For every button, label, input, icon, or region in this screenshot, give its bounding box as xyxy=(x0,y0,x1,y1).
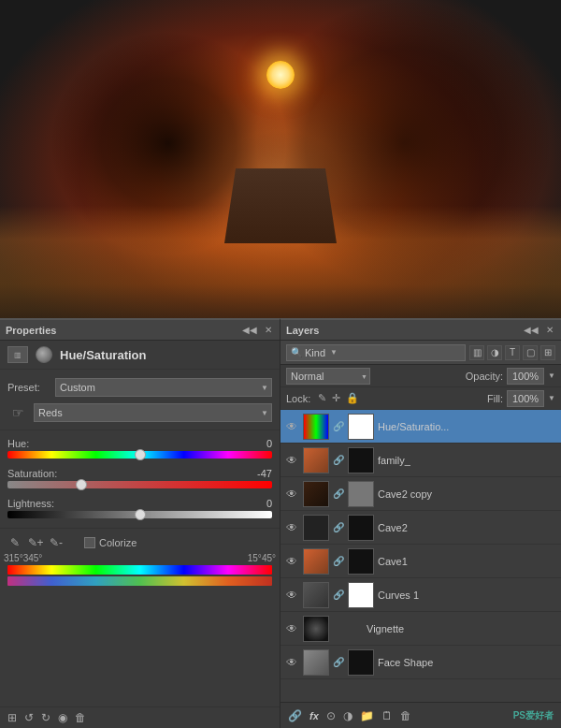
opacity-input[interactable] xyxy=(507,368,544,385)
channel-select-wrapper[interactable]: Reds xyxy=(34,403,272,422)
saturation-slider-track[interactable] xyxy=(7,481,272,488)
visibility-icon[interactable]: ◉ xyxy=(58,711,67,724)
fill-dropdown-icon[interactable]: ▼ xyxy=(548,394,555,402)
type-filter-icon[interactable]: T xyxy=(505,345,520,360)
layer-link-icon[interactable]: 🔗 xyxy=(333,556,344,566)
hue-slider-thumb[interactable] xyxy=(135,449,146,460)
properties-title: Properties xyxy=(6,325,56,336)
layer-item[interactable]: 👁 🔗 family_ xyxy=(280,444,561,477)
layer-link-icon[interactable]: 🔗 xyxy=(333,455,344,465)
pixel-filter-icon[interactable]: ▥ xyxy=(469,345,484,360)
layers-bottom-icons: 🔗 fx ⊙ ◑ 📁 🗒 🗑 xyxy=(288,709,411,722)
saturation-section: Saturation: -47 xyxy=(0,464,280,494)
layers-header: Layers ◀◀ ✕ xyxy=(280,320,561,341)
eyedropper-plus-icon[interactable]: ✎+ xyxy=(28,535,43,550)
new-group-icon[interactable]: 📁 xyxy=(360,709,374,722)
fill-input[interactable] xyxy=(507,390,544,407)
huesat-title: Hue/Saturation xyxy=(60,348,146,362)
layer-link-icon[interactable]: 🔗 xyxy=(333,488,344,499)
channel-select[interactable]: Reds xyxy=(34,403,272,422)
layer-thumbnail xyxy=(303,649,329,676)
lock-row: Lock: ✎ ✛ 🔒 Fill: ▼ xyxy=(280,387,561,410)
delete-icon[interactable]: 🗑 xyxy=(75,711,86,724)
fx-icon[interactable]: fx xyxy=(309,710,319,721)
shape-filter-icon[interactable]: ▢ xyxy=(523,345,538,360)
layer-link-icon[interactable]: 🔗 xyxy=(333,657,344,667)
properties-close-btn[interactable]: ✕ xyxy=(263,325,274,335)
layers-collapse-btn[interactable]: ◀◀ xyxy=(522,325,540,335)
layer-visibility-toggle[interactable]: 👁 xyxy=(284,453,299,468)
layer-name: Cave1 xyxy=(378,556,557,567)
link-layers-icon[interactable]: 🔗 xyxy=(288,709,302,722)
preset-select-wrapper[interactable]: Custom xyxy=(55,378,272,397)
huesat-adjustment-icon xyxy=(36,346,52,363)
eyedropper-minus-icon[interactable]: ✎- xyxy=(49,535,64,550)
opacity-label: Opacity: xyxy=(466,371,503,382)
saturation-value: -47 xyxy=(244,468,272,479)
layer-item[interactable]: 👁 🔗 Cave1 xyxy=(280,545,561,578)
layer-visibility-toggle[interactable]: 👁 xyxy=(284,655,299,670)
layer-thumbnail xyxy=(303,616,329,642)
adjustment-filter-icon[interactable]: ◑ xyxy=(487,345,502,360)
layer-thumbnail xyxy=(303,414,329,440)
hue-slider-track[interactable] xyxy=(7,451,272,459)
layer-link-icon[interactable]: 🔗 xyxy=(333,522,344,532)
layer-visibility-toggle[interactable]: 👁 xyxy=(284,419,299,434)
adjustment-layer-icon[interactable]: ◑ xyxy=(343,709,352,722)
layer-item[interactable]: 👁 🔗 Cave2 xyxy=(280,511,561,545)
huesat-layer-icon: ▥ xyxy=(7,346,28,363)
colorize-checkbox[interactable] xyxy=(84,537,95,548)
layers-panel-controls[interactable]: ◀◀ ✕ xyxy=(522,325,555,335)
saturation-slider-thumb[interactable] xyxy=(76,479,87,490)
layer-thumbnail xyxy=(303,515,329,541)
reset-icon[interactable]: ↻ xyxy=(41,711,50,724)
layer-link-icon[interactable]: 🔗 xyxy=(333,590,344,600)
kind-search-bar[interactable]: 🔍 Kind ▼ xyxy=(286,344,466,361)
huesat-title-row: ▥ Hue/Saturation xyxy=(0,341,280,370)
layer-visibility-toggle[interactable]: 👁 xyxy=(284,487,299,502)
properties-bottom-tools: ⊞ ↺ ↻ ◉ 🗑 xyxy=(0,706,280,728)
layer-visibility-toggle[interactable]: 👁 xyxy=(284,588,299,603)
smart-filter-icon[interactable]: ⊞ xyxy=(540,345,555,360)
preset-select[interactable]: Custom xyxy=(55,378,272,397)
eyedropper-icon[interactable]: ✎ xyxy=(7,535,22,550)
lock-position-icon[interactable]: ✛ xyxy=(332,392,340,404)
layer-name: Face Shape xyxy=(378,657,557,668)
blend-mode-select[interactable]: Normal xyxy=(286,368,370,385)
add-layer-icon[interactable]: ⊞ xyxy=(7,711,17,724)
layer-visibility-toggle[interactable]: 👁 xyxy=(284,520,299,535)
layer-mask-thumbnail xyxy=(348,481,374,507)
layer-mask-thumbnail xyxy=(348,649,374,676)
properties-panel-controls[interactable]: ◀◀ ✕ xyxy=(240,325,274,335)
delete-layer-icon[interactable]: 🗑 xyxy=(400,709,411,722)
layer-name: Hue/Saturatio... xyxy=(378,421,557,432)
new-layer-icon[interactable]: 🗒 xyxy=(381,709,393,722)
layer-item[interactable]: 👁 Vignette xyxy=(280,612,561,646)
layers-title: Layers xyxy=(286,325,319,336)
layer-link-icon[interactable]: 🔗 xyxy=(333,421,344,431)
layer-mask-thumbnail xyxy=(348,582,374,608)
layer-item[interactable]: 👁 🔗 Cave2 copy xyxy=(280,477,561,511)
layer-item[interactable]: 👁 🔗 Face Shape xyxy=(280,646,561,679)
add-mask-icon[interactable]: ⊙ xyxy=(326,709,336,722)
layers-close-btn[interactable]: ✕ xyxy=(544,325,555,335)
properties-collapse-btn[interactable]: ◀◀ xyxy=(240,325,259,335)
blend-mode-select-wrapper[interactable]: Normal xyxy=(286,368,370,385)
saturation-label: Saturation: xyxy=(7,468,57,479)
layer-mask-thumbnail xyxy=(348,414,374,440)
layer-item[interactable]: 👁 🔗 Curves 1 xyxy=(280,578,561,612)
lightness-slider-track[interactable] xyxy=(7,511,272,518)
kind-dropdown-icon[interactable]: ▼ xyxy=(330,348,338,357)
layer-item[interactable]: 👁 🔗 Hue/Saturatio... xyxy=(280,410,561,444)
blend-mode-row: Normal Opacity: ▼ xyxy=(280,365,561,387)
cycle-icon[interactable]: ↺ xyxy=(24,711,34,724)
layer-thumbnail xyxy=(303,582,329,608)
lightness-slider-thumb[interactable] xyxy=(135,509,146,520)
layer-visibility-toggle[interactable]: 👁 xyxy=(284,621,299,636)
layer-visibility-toggle[interactable]: 👁 xyxy=(284,554,299,569)
lock-all-icon[interactable]: 🔒 xyxy=(346,392,359,404)
hand-tool-icon[interactable]: ☞ xyxy=(7,402,28,423)
layers-list: 👁 🔗 Hue/Saturatio... 👁 🔗 family_ xyxy=(280,410,561,702)
opacity-dropdown-icon[interactable]: ▼ xyxy=(548,371,555,380)
lock-pixels-icon[interactable]: ✎ xyxy=(318,392,326,404)
